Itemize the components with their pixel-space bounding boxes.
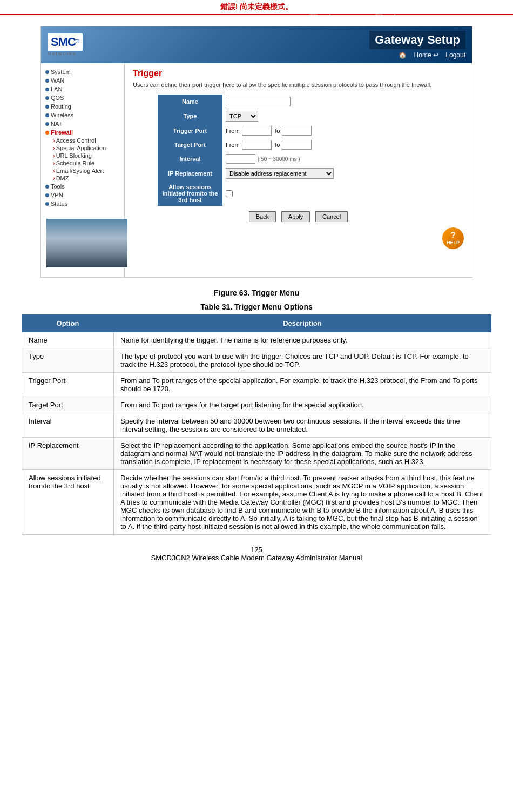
sidebar-item-firewall[interactable]: Firewall [41, 128, 124, 137]
dot-icon [45, 113, 49, 117]
sidebar-subitem-url-blocking[interactable]: URL Blocking [51, 152, 124, 159]
main-content: Trigger Users can define their port trig… [125, 63, 472, 277]
gateway-screenshot: SMC® Networks Gateway Setup Gateway Setu… [40, 26, 473, 278]
allow-sessions-checkbox[interactable] [226, 190, 233, 197]
dot-icon [45, 105, 49, 109]
page-footer: 125 SMCD3GN2 Wireless Cable Modem Gatewa… [22, 546, 491, 573]
trigger-title: Trigger [133, 69, 464, 78]
name-cell [222, 95, 439, 109]
back-button[interactable]: Back [249, 211, 276, 222]
help-button[interactable]: ? HELP [442, 227, 464, 249]
trigger-port-label: Trigger Port [158, 124, 222, 138]
sidebar-item-wan[interactable]: WAN [41, 76, 124, 85]
interval-hint: ( 50 ~ 30000 ms ) [258, 156, 300, 162]
dot-icon [45, 88, 49, 91]
error-text: 錯誤! 尚未定義樣式。 [220, 2, 293, 11]
dot-icon [45, 70, 49, 74]
sidebar-item-tools[interactable]: Tools [41, 182, 124, 191]
sidebar-item-wireless[interactable]: Wireless [41, 111, 124, 119]
option-cell: Type [22, 348, 114, 373]
ip-replacement-label: IP Replacement [158, 166, 222, 181]
ip-replacement-select[interactable]: Disable address replacement Enable addre… [226, 168, 334, 179]
trigger-form-table: Name Type TCP UDP [158, 95, 439, 206]
table-row: Target Port From and To port ranges for … [22, 397, 491, 413]
trigger-port-cell: From To [222, 124, 439, 138]
table-header-row: Option Description [22, 315, 491, 332]
sidebar: System WAN LAN QOS Routing [41, 63, 125, 277]
allow-sessions-row: Allow sessions initiated from/to the 3rd… [158, 181, 439, 206]
apply-button[interactable]: Apply [281, 211, 310, 222]
target-port-label: Target Port [158, 138, 222, 152]
table-row: Allow sessions initiated from/to the 3rd… [22, 470, 491, 535]
page-wrapper: SMC® Networks Gateway Setup Gateway Setu… [0, 15, 513, 583]
name-label: Name [158, 95, 222, 109]
option-cell: Name [22, 332, 114, 348]
sidebar-item-lan[interactable]: LAN [41, 85, 124, 93]
target-from-input[interactable] [242, 140, 272, 150]
home-link[interactable]: Home [414, 51, 431, 59]
table-row: IP Replacement Select the IP replacement… [22, 438, 491, 470]
interval-label: Interval [158, 152, 222, 166]
interval-input[interactable] [226, 154, 255, 164]
trigger-description: Users can define their port trigger here… [133, 82, 464, 88]
option-header: Option [22, 315, 114, 332]
trigger-to-label: To [274, 127, 280, 134]
type-label: Type [158, 109, 222, 124]
sidebar-subitem-email-syslog[interactable]: Email/Syslog Alert [51, 167, 124, 175]
ip-replacement-cell: Disable address replacement Enable addre… [222, 166, 439, 181]
sidebar-photo [46, 219, 127, 267]
ip-replacement-row: IP Replacement Disable address replaceme… [158, 166, 439, 181]
gateway-watermark: Gateway Setup [307, 10, 416, 27]
type-cell: TCP UDP [222, 109, 439, 124]
description-cell: The type of protocol you want to use wit… [114, 348, 491, 373]
sidebar-item-qos[interactable]: QOS [41, 93, 124, 102]
table-title: Table 31. Trigger Menu Options [22, 303, 491, 311]
option-cell: Trigger Port [22, 373, 114, 397]
dot-icon [45, 202, 49, 206]
dot-icon [45, 96, 49, 100]
dot-icon [45, 185, 49, 189]
sidebar-subitem-special-app[interactable]: Special Application [51, 144, 124, 152]
sidebar-item-status[interactable]: Status [41, 199, 124, 208]
table-row: Name Name for identifying the trigger. T… [22, 332, 491, 348]
option-cell: Interval [22, 413, 114, 438]
smc-logo: SMC® Networks [48, 33, 83, 56]
gateway-header: SMC® Networks Gateway Setup Gateway Setu… [41, 26, 472, 63]
target-to-input[interactable] [282, 140, 312, 150]
trigger-to-input[interactable] [282, 126, 312, 136]
trigger-from-input[interactable] [242, 126, 272, 136]
firewall-submenu: Access Control Special Application URL B… [41, 137, 124, 182]
cancel-button[interactable]: Cancel [315, 211, 348, 222]
description-cell: From and To port ranges of the special a… [114, 373, 491, 397]
interval-cell: ( 50 ~ 30000 ms ) [222, 152, 439, 166]
allow-sessions-cell [222, 181, 439, 206]
form-buttons: Back Apply Cancel [133, 211, 464, 222]
description-cell: Specify the interval between 50 and 3000… [114, 413, 491, 438]
dot-icon [45, 131, 49, 135]
sidebar-item-nat[interactable]: NAT [41, 119, 124, 128]
sidebar-item-system[interactable]: System [41, 68, 124, 76]
dot-icon [45, 79, 49, 83]
target-to-label: To [274, 142, 280, 148]
gateway-body: System WAN LAN QOS Routing [41, 63, 472, 277]
options-table: Option Description Name Name for identif… [22, 314, 491, 535]
home-icon: 🏠 [399, 51, 407, 59]
sidebar-subitem-schedule-rule[interactable]: Schedule Rule [51, 159, 124, 167]
description-header: Description [114, 315, 491, 332]
type-select[interactable]: TCP UDP [226, 111, 258, 122]
logout-link[interactable]: Logout [446, 51, 465, 59]
table-row: Trigger Port From and To port ranges of … [22, 373, 491, 397]
sidebar-subitem-dmz[interactable]: DMZ [51, 175, 124, 182]
option-cell: Target Port [22, 397, 114, 413]
allow-sessions-label: Allow sessions initiated from/to the 3rd… [158, 181, 222, 206]
sidebar-item-routing[interactable]: Routing [41, 102, 124, 111]
gateway-title-area: Gateway Setup Gateway Setup 🏠 Home ↩ Log… [83, 31, 465, 59]
sidebar-subitem-access-control[interactable]: Access Control [51, 137, 124, 144]
page-number: 125 [22, 546, 491, 554]
option-cell: IP Replacement [22, 438, 114, 470]
target-port-row: Target Port From To [158, 138, 439, 152]
sidebar-item-vpn[interactable]: VPN [41, 191, 124, 199]
name-input[interactable] [226, 97, 291, 106]
trigger-from-label: From [226, 127, 240, 134]
type-row: Type TCP UDP [158, 109, 439, 124]
